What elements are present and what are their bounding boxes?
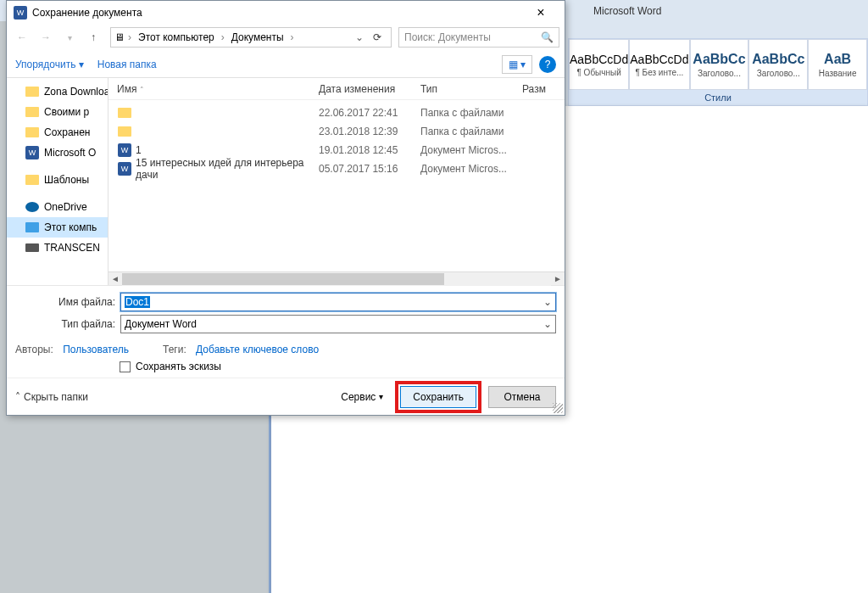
breadcrumb-root[interactable]: Этот компьютер <box>135 31 218 43</box>
folder-tree[interactable]: Zona DownloadsСвоими рСохраненWMicrosoft… <box>7 78 108 285</box>
chevron-down-icon[interactable]: ⌄ <box>540 316 555 333</box>
file-list[interactable]: 22.06.2017 22:41Папка с файлами23.01.201… <box>108 100 565 271</box>
authors-label: Авторы: <box>15 344 53 355</box>
style-cell[interactable]: AaBbCcЗаголово... <box>748 39 808 90</box>
column-size[interactable]: Разм <box>522 83 556 95</box>
search-placeholder: Поиск: Документы <box>404 31 491 43</box>
sort-indicator-icon: ˄ <box>140 86 144 94</box>
folder-icon <box>25 175 39 185</box>
address-dropdown-icon[interactable]: ⌄ <box>355 31 364 43</box>
file-row[interactable]: 22.06.2017 22:41Папка с файлами <box>108 103 565 122</box>
tree-item[interactable]: Zona Downloads <box>7 81 108 102</box>
style-cell[interactable]: AaBbCcDd¶ Без инте... <box>629 39 689 90</box>
chevron-down-icon[interactable]: ⌄ <box>540 294 555 310</box>
folder-icon <box>25 107 39 117</box>
folder-icon <box>25 87 39 97</box>
pc-icon <box>25 222 39 232</box>
word-icon: W <box>14 6 27 20</box>
organize-button[interactable]: Упорядочить ▾ <box>15 59 84 70</box>
nav-history-dropdown[interactable]: ▾ <box>59 27 80 48</box>
close-button[interactable]: × <box>524 1 558 24</box>
new-folder-button[interactable]: Новая папка <box>97 59 157 70</box>
column-name[interactable]: Имя˄ <box>117 83 319 95</box>
scroll-thumb[interactable] <box>122 273 444 285</box>
tree-item[interactable]: TRANSCEN <box>7 238 108 258</box>
filename-label: Имя файла: <box>15 296 115 308</box>
column-date[interactable]: Дата изменения <box>319 83 420 95</box>
styles-caption: Стили <box>569 90 867 105</box>
file-row[interactable]: W15 интересных идей для интерьера дачи05… <box>108 159 565 178</box>
pc-icon: 🖥 <box>114 31 125 43</box>
column-headers[interactable]: Имя˄ Дата изменения Тип Разм <box>108 78 565 100</box>
save-button-highlight: Сохранить <box>395 381 481 413</box>
style-cell[interactable]: AaBbCcЗаголово... <box>690 39 749 90</box>
tags-value[interactable]: Добавьте ключевое слово <box>196 344 319 355</box>
style-cell[interactable]: AaBbCcDd¶ Обычный <box>569 39 629 90</box>
folder-icon <box>25 127 39 137</box>
resize-handle[interactable] <box>553 403 563 413</box>
save-dialog: W Сохранение документа × ← → ▾ ↑ 🖥 › Это… <box>6 0 565 416</box>
tree-item[interactable]: Этот компь <box>7 217 108 238</box>
word-icon: W <box>25 146 39 159</box>
style-cell[interactable]: AaBНазвание <box>808 39 867 90</box>
refresh-icon[interactable]: ⟳ <box>367 31 387 43</box>
filetype-value: Документ Word <box>125 318 197 330</box>
cancel-button[interactable]: Отмена <box>488 386 556 408</box>
search-input[interactable]: Поиск: Документы 🔍 <box>398 27 559 48</box>
folder-icon <box>118 126 131 137</box>
search-icon: 🔍 <box>541 31 554 43</box>
nav-forward-icon[interactable]: → <box>36 27 56 48</box>
filename-value: Doc1 <box>125 296 150 308</box>
horizontal-scrollbar[interactable]: ◄ ► <box>108 271 565 285</box>
dialog-title: Сохранение документа <box>32 7 142 19</box>
nav-back-icon[interactable]: ← <box>12 27 32 48</box>
tags-label: Теги: <box>163 344 186 355</box>
save-button[interactable]: Сохранить <box>400 386 476 408</box>
tree-item[interactable]: Своими р <box>7 102 108 122</box>
tree-item[interactable]: OneDrive <box>7 197 108 217</box>
tree-item[interactable]: Сохранен <box>7 122 108 143</box>
hide-folders-button[interactable]: ˄ Скрыть папки <box>15 391 88 403</box>
file-row[interactable]: 23.01.2018 12:39Папка с файлами <box>108 122 565 141</box>
service-dropdown[interactable]: Сервис ▾ <box>341 391 383 403</box>
chevron-right-icon: › <box>128 31 131 43</box>
view-options-button[interactable]: ▦ ▾ <box>502 55 532 74</box>
scroll-right-icon[interactable]: ► <box>551 272 565 286</box>
chevron-down-icon: ▾ <box>379 392 383 401</box>
nav-up-icon[interactable]: ↑ <box>83 27 103 48</box>
filename-input[interactable]: Doc1 ⌄ <box>120 293 556 311</box>
tree-item[interactable]: WMicrosoft O <box>7 143 108 163</box>
save-thumbnail-label: Сохранять эскизы <box>136 361 221 372</box>
scroll-left-icon[interactable]: ◄ <box>108 272 122 286</box>
styles-gallery: AaBbCcDd¶ ОбычныйAaBbCcDd¶ Без инте...Aa… <box>568 38 868 106</box>
authors-value[interactable]: Пользователь <box>63 344 129 355</box>
column-type[interactable]: Тип <box>420 83 522 95</box>
disk-icon <box>25 243 39 252</box>
word-icon: W <box>118 143 131 157</box>
filetype-label: Тип файла: <box>15 318 115 330</box>
chevron-up-icon: ˄ <box>15 391 20 403</box>
address-bar[interactable]: 🖥 › Этот компьютер › Документы › ⌄ ⟳ <box>110 27 392 48</box>
folder-icon <box>118 108 131 118</box>
filetype-select[interactable]: Документ Word ⌄ <box>120 315 556 333</box>
word-app-title: Microsoft Word <box>593 5 661 17</box>
onedrive-icon <box>25 202 39 212</box>
help-button[interactable]: ? <box>539 56 556 73</box>
chevron-right-icon: › <box>291 31 294 43</box>
save-thumbnail-checkbox[interactable] <box>120 361 131 372</box>
breadcrumb-folder[interactable]: Документы <box>228 31 287 43</box>
tree-item[interactable]: Шаблоны <box>7 170 108 190</box>
word-icon: W <box>118 162 131 176</box>
chevron-right-icon: › <box>221 31 225 43</box>
